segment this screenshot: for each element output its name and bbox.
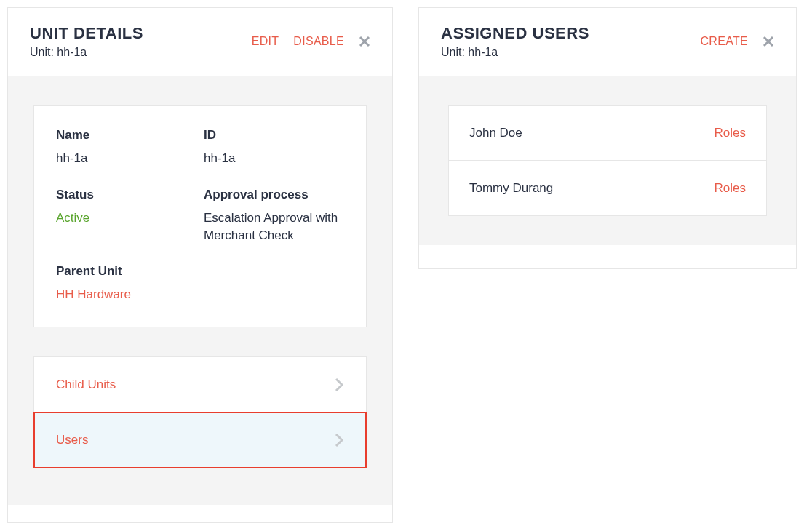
assigned-users-subtitle: Unit: hh-1a	[441, 46, 589, 59]
unit-details-subtitle: Unit: hh-1a	[30, 46, 143, 59]
close-icon[interactable]	[359, 36, 370, 47]
user-row: Tommy Durang Roles	[449, 161, 766, 215]
unit-details-header: UNIT DETAILS Unit: hh-1a EDIT DISABLE	[8, 8, 392, 76]
name-value: hh-1a	[56, 150, 196, 167]
user-row: John Doe Roles	[449, 106, 766, 161]
chevron-right-icon	[334, 377, 344, 393]
assigned-users-title: ASSIGNED USERS	[441, 24, 589, 43]
nav-users-label: Users	[56, 433, 88, 447]
status-label: Status	[56, 188, 196, 202]
create-button[interactable]: CREATE	[700, 35, 748, 48]
approval-label: Approval process	[204, 188, 344, 202]
unit-info-card: Name hh-1a ID hh-1a Status Active Approv…	[33, 105, 367, 327]
roles-link[interactable]: Roles	[715, 126, 746, 140]
name-label: Name	[56, 128, 196, 143]
unit-details-title: UNIT DETAILS	[30, 24, 143, 43]
disable-button[interactable]: DISABLE	[293, 35, 344, 48]
roles-link[interactable]: Roles	[715, 181, 746, 196]
id-value: hh-1a	[204, 150, 344, 167]
user-name: John Doe	[469, 126, 522, 140]
status-value: Active	[56, 209, 196, 227]
nav-child-units[interactable]: Child Units	[34, 357, 366, 412]
approval-value: Escalation Approval with Merchant Check	[204, 209, 344, 244]
user-list: John Doe Roles Tommy Durang Roles	[448, 105, 767, 216]
id-label: ID	[204, 128, 344, 143]
close-icon[interactable]	[763, 36, 774, 47]
parent-label: Parent Unit	[56, 264, 344, 279]
user-name: Tommy Durang	[469, 181, 553, 196]
chevron-right-icon	[334, 432, 344, 448]
unit-details-panel: UNIT DETAILS Unit: hh-1a EDIT DISABLE Na…	[7, 7, 393, 523]
assigned-users-panel: ASSIGNED USERS Unit: hh-1a CREATE John D…	[418, 7, 797, 269]
nav-child-units-label: Child Units	[56, 378, 116, 392]
unit-nav-list: Child Units Users	[33, 356, 367, 468]
assigned-users-header: ASSIGNED USERS Unit: hh-1a CREATE	[419, 8, 796, 76]
nav-users[interactable]: Users	[34, 412, 366, 468]
edit-button[interactable]: EDIT	[252, 35, 279, 48]
parent-unit-link[interactable]: HH Hardware	[56, 286, 344, 303]
